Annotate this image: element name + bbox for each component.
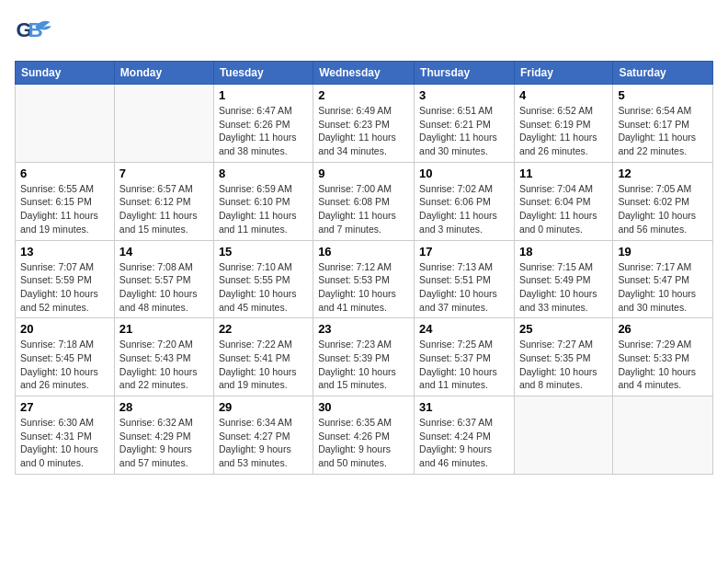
- weekday-header: Thursday: [415, 62, 515, 85]
- calendar-table: SundayMondayTuesdayWednesdayThursdayFrid…: [15, 61, 713, 475]
- day-number: 8: [219, 167, 308, 180]
- calendar-cell: [16, 85, 115, 163]
- day-number: 2: [318, 88, 409, 102]
- day-number: 30: [318, 400, 409, 414]
- calendar-header-row: SundayMondayTuesdayWednesdayThursdayFrid…: [16, 62, 713, 85]
- calendar-cell: [613, 396, 713, 475]
- weekday-header: Monday: [114, 62, 213, 85]
- day-number: 6: [20, 167, 109, 180]
- calendar-cell: 2Sunrise: 6:49 AM Sunset: 6:23 PM Daylig…: [313, 85, 415, 163]
- calendar-cell: 6Sunrise: 6:55 AM Sunset: 6:15 PM Daylig…: [16, 162, 115, 240]
- day-number: 20: [20, 322, 109, 336]
- day-info: Sunrise: 7:15 AM Sunset: 5:49 PM Dayligh…: [519, 260, 608, 315]
- page-header: G B: [15, 15, 713, 52]
- day-info: Sunrise: 7:23 AM Sunset: 5:39 PM Dayligh…: [318, 338, 409, 392]
- weekday-header: Sunday: [16, 62, 115, 85]
- day-info: Sunrise: 7:07 AM Sunset: 5:59 PM Dayligh…: [20, 260, 109, 315]
- day-info: Sunrise: 7:00 AM Sunset: 6:08 PM Dayligh…: [318, 182, 409, 236]
- weekday-header: Friday: [514, 62, 612, 85]
- calendar-cell: 20Sunrise: 7:18 AM Sunset: 5:45 PM Dayli…: [16, 318, 115, 396]
- day-info: Sunrise: 7:13 AM Sunset: 5:51 PM Dayligh…: [419, 260, 509, 315]
- day-number: 28: [119, 400, 209, 414]
- calendar-cell: 10Sunrise: 7:02 AM Sunset: 6:06 PM Dayli…: [415, 162, 515, 240]
- calendar-cell: 14Sunrise: 7:08 AM Sunset: 5:57 PM Dayli…: [114, 240, 213, 318]
- day-number: 15: [219, 245, 308, 259]
- calendar-cell: 1Sunrise: 6:47 AM Sunset: 6:26 PM Daylig…: [213, 85, 313, 163]
- day-number: 29: [219, 400, 308, 414]
- day-info: Sunrise: 6:30 AM Sunset: 4:31 PM Dayligh…: [20, 416, 109, 470]
- day-number: 17: [419, 245, 509, 259]
- day-info: Sunrise: 7:08 AM Sunset: 5:57 PM Dayligh…: [119, 260, 209, 315]
- calendar-cell: 23Sunrise: 7:23 AM Sunset: 5:39 PM Dayli…: [313, 318, 415, 396]
- calendar-cell: [514, 396, 612, 475]
- day-number: 12: [618, 167, 708, 180]
- calendar-cell: 8Sunrise: 6:59 AM Sunset: 6:10 PM Daylig…: [213, 162, 313, 240]
- calendar-week-row: 13Sunrise: 7:07 AM Sunset: 5:59 PM Dayli…: [16, 240, 713, 318]
- calendar-cell: 13Sunrise: 7:07 AM Sunset: 5:59 PM Dayli…: [16, 240, 115, 318]
- day-info: Sunrise: 7:17 AM Sunset: 5:47 PM Dayligh…: [618, 260, 708, 315]
- day-number: 9: [318, 167, 409, 180]
- day-info: Sunrise: 6:34 AM Sunset: 4:27 PM Dayligh…: [219, 416, 308, 470]
- day-info: Sunrise: 6:57 AM Sunset: 6:12 PM Dayligh…: [119, 182, 209, 236]
- day-info: Sunrise: 6:47 AM Sunset: 6:26 PM Dayligh…: [219, 104, 308, 158]
- day-info: Sunrise: 7:18 AM Sunset: 5:45 PM Dayligh…: [20, 338, 109, 392]
- calendar-week-row: 20Sunrise: 7:18 AM Sunset: 5:45 PM Dayli…: [16, 318, 713, 396]
- day-info: Sunrise: 7:10 AM Sunset: 5:55 PM Dayligh…: [219, 260, 308, 315]
- calendar-cell: 30Sunrise: 6:35 AM Sunset: 4:26 PM Dayli…: [313, 396, 415, 475]
- calendar-cell: 31Sunrise: 6:37 AM Sunset: 4:24 PM Dayli…: [415, 396, 515, 475]
- calendar-cell: [114, 85, 213, 163]
- day-number: 31: [419, 400, 509, 414]
- calendar-cell: 16Sunrise: 7:12 AM Sunset: 5:53 PM Dayli…: [313, 240, 415, 318]
- weekday-header: Saturday: [613, 62, 713, 85]
- day-info: Sunrise: 7:25 AM Sunset: 5:37 PM Dayligh…: [419, 338, 509, 392]
- day-number: 23: [318, 322, 409, 336]
- calendar-cell: 12Sunrise: 7:05 AM Sunset: 6:02 PM Dayli…: [613, 162, 713, 240]
- day-number: 27: [20, 400, 109, 414]
- calendar-cell: 17Sunrise: 7:13 AM Sunset: 5:51 PM Dayli…: [415, 240, 515, 318]
- calendar-cell: 19Sunrise: 7:17 AM Sunset: 5:47 PM Dayli…: [613, 240, 713, 318]
- day-number: 19: [618, 245, 708, 259]
- day-info: Sunrise: 7:20 AM Sunset: 5:43 PM Dayligh…: [119, 338, 209, 392]
- day-number: 14: [119, 245, 209, 259]
- calendar-cell: 5Sunrise: 6:54 AM Sunset: 6:17 PM Daylig…: [613, 85, 713, 163]
- day-number: 24: [419, 322, 509, 336]
- calendar-cell: 25Sunrise: 7:27 AM Sunset: 5:35 PM Dayli…: [514, 318, 612, 396]
- calendar-week-row: 6Sunrise: 6:55 AM Sunset: 6:15 PM Daylig…: [16, 162, 713, 240]
- day-info: Sunrise: 6:35 AM Sunset: 4:26 PM Dayligh…: [318, 416, 409, 470]
- calendar-week-row: 27Sunrise: 6:30 AM Sunset: 4:31 PM Dayli…: [16, 396, 713, 475]
- calendar-week-row: 1Sunrise: 6:47 AM Sunset: 6:26 PM Daylig…: [16, 85, 713, 163]
- day-info: Sunrise: 6:51 AM Sunset: 6:21 PM Dayligh…: [419, 104, 509, 158]
- calendar-cell: 7Sunrise: 6:57 AM Sunset: 6:12 PM Daylig…: [114, 162, 213, 240]
- day-number: 22: [219, 322, 308, 336]
- day-number: 1: [219, 88, 308, 102]
- day-number: 7: [119, 167, 209, 180]
- day-info: Sunrise: 6:49 AM Sunset: 6:23 PM Dayligh…: [318, 104, 409, 158]
- day-number: 21: [119, 322, 209, 336]
- svg-text:B: B: [28, 18, 42, 41]
- day-number: 4: [519, 88, 608, 102]
- calendar-cell: 3Sunrise: 6:51 AM Sunset: 6:21 PM Daylig…: [415, 85, 515, 163]
- day-number: 10: [419, 167, 509, 180]
- day-number: 16: [318, 245, 409, 259]
- calendar-cell: 29Sunrise: 6:34 AM Sunset: 4:27 PM Dayli…: [213, 396, 313, 475]
- calendar-cell: 27Sunrise: 6:30 AM Sunset: 4:31 PM Dayli…: [16, 396, 115, 475]
- day-number: 18: [519, 245, 608, 259]
- day-number: 11: [519, 167, 608, 180]
- calendar-cell: 15Sunrise: 7:10 AM Sunset: 5:55 PM Dayli…: [213, 240, 313, 318]
- weekday-header: Wednesday: [313, 62, 415, 85]
- day-info: Sunrise: 6:37 AM Sunset: 4:24 PM Dayligh…: [419, 416, 509, 470]
- day-info: Sunrise: 6:59 AM Sunset: 6:10 PM Dayligh…: [219, 182, 308, 236]
- calendar-cell: 22Sunrise: 7:22 AM Sunset: 5:41 PM Dayli…: [213, 318, 313, 396]
- logo-icon: G B: [15, 15, 51, 52]
- day-number: 25: [519, 322, 608, 336]
- day-info: Sunrise: 6:54 AM Sunset: 6:17 PM Dayligh…: [618, 104, 708, 158]
- calendar-cell: 11Sunrise: 7:04 AM Sunset: 6:04 PM Dayli…: [514, 162, 612, 240]
- calendar-cell: 18Sunrise: 7:15 AM Sunset: 5:49 PM Dayli…: [514, 240, 612, 318]
- day-info: Sunrise: 7:22 AM Sunset: 5:41 PM Dayligh…: [219, 338, 308, 392]
- day-info: Sunrise: 6:32 AM Sunset: 4:29 PM Dayligh…: [119, 416, 209, 470]
- day-info: Sunrise: 7:04 AM Sunset: 6:04 PM Dayligh…: [519, 182, 608, 236]
- logo: G B: [15, 15, 55, 52]
- day-info: Sunrise: 6:55 AM Sunset: 6:15 PM Dayligh…: [20, 182, 109, 236]
- day-number: 5: [618, 88, 708, 102]
- day-info: Sunrise: 7:12 AM Sunset: 5:53 PM Dayligh…: [318, 260, 409, 315]
